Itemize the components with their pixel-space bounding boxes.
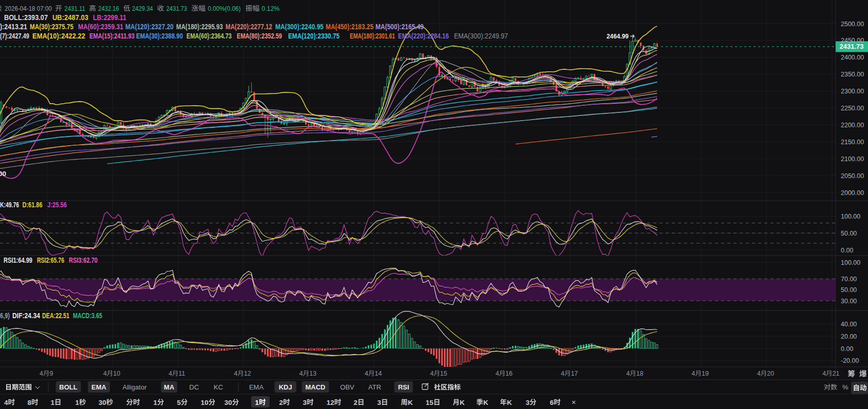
svg-text:EMA(80):2352.59: EMA(80):2352.59 (237, 32, 282, 40)
svg-text:21: 21 (833, 370, 840, 377)
svg-text:ATR: ATR (368, 383, 381, 391)
svg-text:50.00: 50.00 (841, 286, 857, 294)
svg-text:1: 1 (255, 399, 259, 406)
svg-text:100.00: 100.00 (841, 259, 860, 266)
svg-text:K:49.76: K:49.76 (0, 201, 19, 209)
svg-text:4: 4 (234, 370, 238, 377)
svg-text:EMA(120):2330.75: EMA(120):2330.75 (288, 32, 339, 40)
svg-text:RSI: RSI (398, 383, 409, 391)
svg-text:Alligator: Alligator (123, 383, 147, 391)
svg-text:DIF:24.34: DIF:24.34 (12, 311, 40, 320)
svg-text:RSI1:64.99: RSI1:64.99 (4, 256, 32, 264)
svg-text:K: K (460, 399, 465, 406)
svg-text:4: 4 (365, 370, 368, 377)
svg-text:2464.99: 2464.99 (607, 32, 629, 40)
svg-text:EMA(15):2411.93: EMA(15):2411.93 (89, 32, 135, 40)
svg-text:10: 10 (113, 370, 120, 377)
svg-text:70.00: 70.00 (841, 276, 857, 283)
svg-text:4: 4 (561, 370, 564, 377)
svg-text:1: 1 (51, 399, 55, 406)
svg-text:2250.00: 2250.00 (841, 105, 864, 112)
svg-text:RSI3:62.70: RSI3:62.70 (69, 256, 98, 264)
svg-text:-20.00: -20.00 (841, 357, 859, 364)
svg-text:4: 4 (757, 370, 761, 377)
svg-text:0.00: 0.00 (841, 247, 853, 254)
svg-text:2450.00: 2450.00 (841, 37, 864, 44)
svg-text:UB:2487.03: UB:2487.03 (52, 13, 88, 22)
svg-text:30: 30 (224, 399, 232, 406)
svg-text:50.00: 50.00 (841, 230, 857, 237)
svg-text:00: 00 (0, 170, 6, 178)
svg-text:2: 2 (279, 399, 284, 406)
svg-text:MA(220):2277.12: MA(220):2277.12 (225, 23, 272, 31)
svg-text:BOLL:2393.07: BOLL:2393.07 (4, 13, 48, 22)
svg-text:2150.00: 2150.00 (841, 139, 864, 146)
svg-text:13: 13 (309, 370, 316, 377)
svg-text:4: 4 (4, 399, 8, 406)
svg-text:MA(500):2165.49: MA(500):2165.49 (375, 23, 424, 31)
svg-text:4: 4 (299, 370, 303, 377)
svg-text:4: 4 (40, 370, 43, 377)
svg-text:3: 3 (526, 399, 530, 406)
svg-text:BOLL: BOLL (59, 383, 77, 391)
svg-text:EMA(10):2422.22: EMA(10):2422.22 (32, 32, 85, 40)
svg-text:9: 9 (50, 370, 53, 377)
svg-text:DC: DC (190, 383, 199, 391)
svg-text:4: 4 (430, 370, 433, 377)
svg-text:MA: MA (164, 383, 175, 391)
svg-text:EMA: EMA (91, 383, 107, 391)
svg-text:DEA:22.51: DEA:22.51 (42, 311, 69, 320)
svg-text:0.12%: 0.12% (261, 5, 279, 12)
svg-text:5: 5 (177, 399, 181, 406)
svg-text:2350.00: 2350.00 (841, 71, 864, 78)
svg-text:J:25.56: J:25.56 (47, 201, 67, 209)
svg-text:K: K (483, 399, 488, 406)
svg-text:K: K (507, 399, 512, 406)
svg-text:×: × (572, 398, 576, 406)
svg-text:EMA(300):2249.97: EMA(300):2249.97 (454, 32, 508, 40)
svg-text:MA(60):2359.31: MA(60):2359.31 (78, 23, 123, 31)
svg-text:KDJ: KDJ (279, 383, 292, 391)
svg-text:KC: KC (214, 383, 223, 391)
svg-text:10: 10 (201, 399, 209, 406)
svg-text:4: 4 (626, 370, 630, 377)
svg-text:2050.00: 2050.00 (841, 172, 864, 180)
svg-text:2026-04-18 07:00: 2026-04-18 07:00 (5, 5, 52, 12)
svg-text:3: 3 (303, 399, 307, 406)
svg-text:100.00: 100.00 (841, 213, 860, 220)
svg-text:16: 16 (505, 370, 513, 377)
svg-text:EMA(180):2301.61: EMA(180):2301.61 (350, 32, 395, 40)
svg-text:OBV: OBV (340, 383, 354, 391)
svg-text:LB:2299.11: LB:2299.11 (93, 13, 126, 22)
svg-text:18: 18 (636, 370, 644, 377)
svg-text:EMA(220):2284.16: EMA(220):2284.16 (398, 32, 449, 40)
svg-text:2431.73: 2431.73 (166, 5, 187, 12)
svg-text:1: 1 (76, 399, 80, 406)
svg-text:2: 2 (354, 399, 358, 406)
svg-text:2400.00: 2400.00 (841, 54, 864, 61)
svg-text:MACD:3.65: MACD:3.65 (73, 311, 102, 320)
svg-text:15: 15 (426, 399, 434, 406)
svg-text:15: 15 (440, 370, 447, 377)
svg-text:4: 4 (822, 370, 826, 377)
svg-text:MA(30):2375.75: MA(30):2375.75 (30, 23, 73, 31)
svg-text:EMA(60):2364.73: EMA(60):2364.73 (186, 32, 232, 40)
svg-text:1: 1 (154, 399, 158, 406)
svg-text:2200.00: 2200.00 (841, 122, 864, 129)
svg-text:19: 19 (702, 370, 709, 377)
svg-text:):2413.21: ):2413.21 (0, 23, 27, 31)
svg-text:EMA(30):2388.90: EMA(30):2388.90 (136, 32, 183, 40)
svg-text:2500.00: 2500.00 (841, 21, 864, 28)
svg-text:(7):2427.49: (7):2427.49 (0, 32, 29, 40)
svg-text:4: 4 (168, 370, 172, 377)
svg-text:20.00: 20.00 (841, 333, 857, 340)
svg-text:2100.00: 2100.00 (841, 155, 864, 163)
svg-text:4: 4 (692, 370, 695, 377)
svg-text:11: 11 (179, 370, 185, 377)
svg-text:40.00: 40.00 (841, 321, 857, 328)
svg-text:4: 4 (496, 370, 499, 377)
svg-text:MA(180):2295.93: MA(180):2295.93 (176, 23, 223, 31)
svg-text:12: 12 (244, 370, 251, 377)
svg-text:8: 8 (28, 399, 32, 406)
svg-text:30: 30 (99, 399, 106, 406)
